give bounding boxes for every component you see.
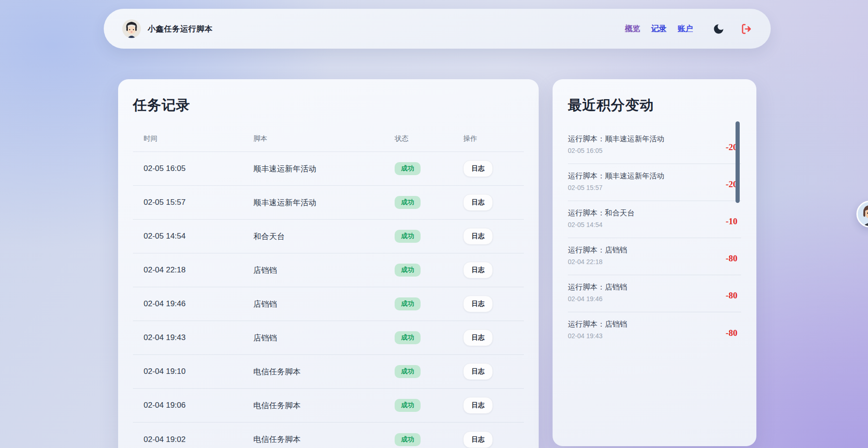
cell-script: 电信任务脚本 xyxy=(243,366,384,377)
status-badge: 成功 xyxy=(395,331,421,344)
points-list-item: 运行脚本：顺丰速运新年活动 02-05 15:57 -20 xyxy=(568,164,741,201)
cell-action: 日志 xyxy=(453,160,524,177)
status-badge: 成功 xyxy=(395,230,421,243)
cell-action: 日志 xyxy=(453,431,524,448)
cell-time: 02-05 14:54 xyxy=(133,232,243,241)
column-header-script: 脚本 xyxy=(243,134,384,143)
log-button[interactable]: 日志 xyxy=(463,160,493,177)
log-button[interactable]: 日志 xyxy=(463,262,493,278)
points-item-time: 02-05 16:05 xyxy=(568,146,664,155)
cell-status: 成功 xyxy=(384,297,453,310)
points-item-name: 运行脚本：店铛铛 xyxy=(568,245,627,255)
cell-script: 顺丰速运新年活动 xyxy=(243,164,384,174)
nav-link-records[interactable]: 记录 xyxy=(651,24,667,34)
table-row: 02-04 19:10 电信任务脚本 成功 日志 xyxy=(133,355,524,389)
cell-status: 成功 xyxy=(384,196,453,209)
column-header-action: 操作 xyxy=(453,134,524,143)
table-row: 02-05 15:57 顺丰速运新年活动 成功 日志 xyxy=(133,186,524,220)
table-row: 02-05 16:05 顺丰速运新年活动 成功 日志 xyxy=(133,152,524,186)
theme-toggle-button[interactable] xyxy=(712,23,725,35)
cell-time: 02-04 22:18 xyxy=(133,265,243,275)
cell-action: 日志 xyxy=(453,397,524,414)
points-item-text: 运行脚本：店铛铛 02-04 19:43 xyxy=(568,319,627,341)
task-records-card: 任务记录 时间 脚本 状态 操作 02-05 16:05 顺丰速运新年活动 成功… xyxy=(118,79,539,448)
status-badge: 成功 xyxy=(395,399,421,412)
cell-status: 成功 xyxy=(384,433,453,446)
navbar-links: 概览 记录 账户 xyxy=(614,23,752,35)
points-item-text: 运行脚本：店铛铛 02-04 19:46 xyxy=(568,282,627,303)
points-item-text: 运行脚本：店铛铛 02-04 22:18 xyxy=(568,245,627,266)
recent-points-card: 最近积分变动 运行脚本：顺丰速运新年活动 02-05 16:05 -20 运行脚… xyxy=(553,79,756,446)
status-badge: 成功 xyxy=(395,196,421,209)
points-list-item: 运行脚本：店铛铛 02-04 19:46 -80 xyxy=(568,275,741,312)
cell-time: 02-05 15:57 xyxy=(133,198,243,207)
task-records-table: 时间 脚本 状态 操作 02-05 16:05 顺丰速运新年活动 成功 日志 xyxy=(133,126,524,448)
cell-time: 02-04 19:06 xyxy=(133,401,243,410)
table-row: 02-04 19:06 电信任务脚本 成功 日志 xyxy=(133,389,524,423)
table-header-row: 时间 脚本 状态 操作 xyxy=(133,126,524,152)
cell-time: 02-04 19:10 xyxy=(133,367,243,376)
cell-status: 成功 xyxy=(384,162,453,175)
brand: 小鑫任务运行脚本 xyxy=(122,19,213,38)
cell-script: 和合天台 xyxy=(243,231,384,242)
column-header-status: 状态 xyxy=(384,134,453,143)
moon-icon xyxy=(712,23,725,35)
points-list-item: 运行脚本：店铛铛 02-04 19:43 -80 xyxy=(568,312,741,349)
points-item-name: 运行脚本：店铛铛 xyxy=(568,282,627,292)
status-badge: 成功 xyxy=(395,162,421,175)
logout-icon xyxy=(741,23,752,35)
cell-time: 02-04 19:46 xyxy=(133,299,243,309)
navbar: 小鑫任务运行脚本 概览 记录 账户 xyxy=(104,9,771,49)
cell-time: 02-04 19:43 xyxy=(133,333,243,342)
log-button[interactable]: 日志 xyxy=(463,329,493,346)
table-row: 02-04 19:46 店铛铛 成功 日志 xyxy=(133,287,524,321)
logout-button[interactable] xyxy=(741,23,752,35)
points-scrollbar-thumb[interactable] xyxy=(736,121,740,203)
points-item-text: 运行脚本：顺丰速运新年活动 02-05 16:05 xyxy=(568,134,664,155)
cell-action: 日志 xyxy=(453,296,524,312)
points-item-delta: -80 xyxy=(726,328,737,338)
log-button[interactable]: 日志 xyxy=(463,296,493,312)
recent-points-title: 最近积分变动 xyxy=(568,96,741,115)
cell-status: 成功 xyxy=(384,331,453,344)
log-button[interactable]: 日志 xyxy=(463,194,493,211)
points-item-name: 运行脚本：顺丰速运新年活动 xyxy=(568,171,664,181)
nav-link-account[interactable]: 账户 xyxy=(678,24,693,34)
table-row: 02-04 22:18 店铛铛 成功 日志 xyxy=(133,253,524,287)
cell-script: 店铛铛 xyxy=(243,299,384,309)
log-button[interactable]: 日志 xyxy=(463,397,493,414)
log-button[interactable]: 日志 xyxy=(463,431,493,448)
cell-status: 成功 xyxy=(384,399,453,412)
table-row: 02-04 19:43 店铛铛 成功 日志 xyxy=(133,321,524,355)
log-button[interactable]: 日志 xyxy=(463,228,493,245)
brand-avatar xyxy=(122,19,141,38)
log-button[interactable]: 日志 xyxy=(463,363,493,380)
cell-script: 电信任务脚本 xyxy=(243,434,384,445)
column-header-time: 时间 xyxy=(133,134,243,143)
points-item-delta: -10 xyxy=(726,216,737,227)
points-list: 运行脚本：顺丰速运新年活动 02-05 16:05 -20 运行脚本：顺丰速运新… xyxy=(568,127,741,349)
cell-status: 成功 xyxy=(384,230,453,243)
points-list-item: 运行脚本：顺丰速运新年活动 02-05 16:05 -20 xyxy=(568,127,741,164)
cell-action: 日志 xyxy=(453,194,524,211)
points-item-time: 02-04 19:46 xyxy=(568,295,627,303)
brand-avatar-illustration xyxy=(122,19,141,38)
status-badge: 成功 xyxy=(395,365,421,378)
cell-status: 成功 xyxy=(384,365,453,378)
cell-script: 顺丰速运新年活动 xyxy=(243,197,384,208)
points-item-name: 运行脚本：店铛铛 xyxy=(568,319,627,329)
app-title: 小鑫任务运行脚本 xyxy=(148,24,213,34)
points-item-time: 02-04 22:18 xyxy=(568,258,627,266)
cell-time: 02-04 19:02 xyxy=(133,435,243,444)
table-body: 02-05 16:05 顺丰速运新年活动 成功 日志 02-05 15:57 顺… xyxy=(133,152,524,448)
points-item-text: 运行脚本：和合天台 02-05 14:54 xyxy=(568,208,635,229)
cell-action: 日志 xyxy=(453,329,524,346)
points-item-time: 02-04 19:43 xyxy=(568,332,627,341)
points-item-name: 运行脚本：顺丰速运新年活动 xyxy=(568,134,664,144)
nav-link-overview[interactable]: 概览 xyxy=(625,24,640,34)
points-item-name: 运行脚本：和合天台 xyxy=(568,208,635,218)
cell-script: 电信任务脚本 xyxy=(243,400,384,411)
page-background: { "navbar": { "title": "小鑫任务运行脚本", "link… xyxy=(0,0,868,448)
assistant-avatar[interactable] xyxy=(856,201,868,227)
points-list-item: 运行脚本：和合天台 02-05 14:54 -10 xyxy=(568,201,741,238)
